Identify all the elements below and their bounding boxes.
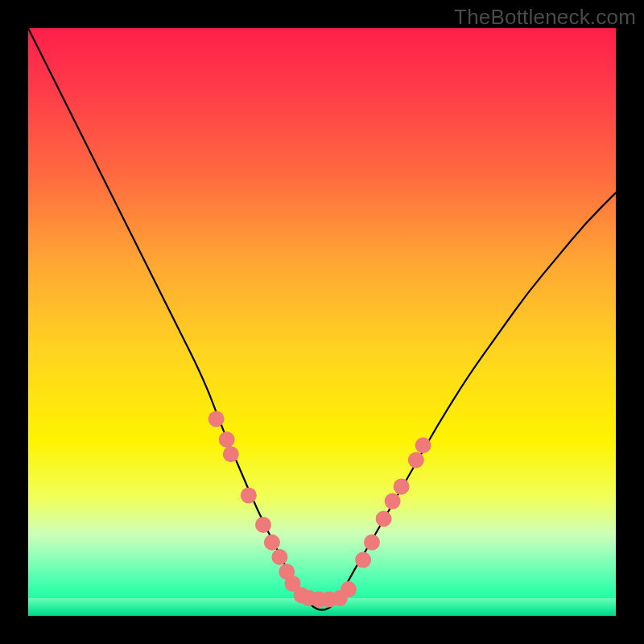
highlight-dot — [385, 493, 401, 510]
highlight-dot — [208, 411, 225, 427]
plot-area — [28, 28, 616, 616]
highlight-dot — [223, 446, 239, 462]
highlight-dot — [219, 431, 235, 448]
highlight-dot — [355, 552, 371, 568]
highlight-dots — [28, 28, 616, 616]
highlight-dot — [394, 478, 410, 494]
highlight-dot — [264, 535, 280, 551]
chart-frame: TheBottleneck.com — [0, 0, 644, 644]
highlight-dot — [241, 487, 257, 503]
highlight-dot — [271, 549, 287, 565]
highlight-dot — [255, 517, 271, 533]
watermark-text: TheBottleneck.com — [454, 5, 636, 30]
highlight-dot — [341, 581, 357, 597]
highlight-dot — [364, 535, 380, 551]
highlight-dot — [415, 437, 431, 453]
highlight-dot — [376, 511, 392, 527]
highlight-dot — [408, 452, 424, 469]
